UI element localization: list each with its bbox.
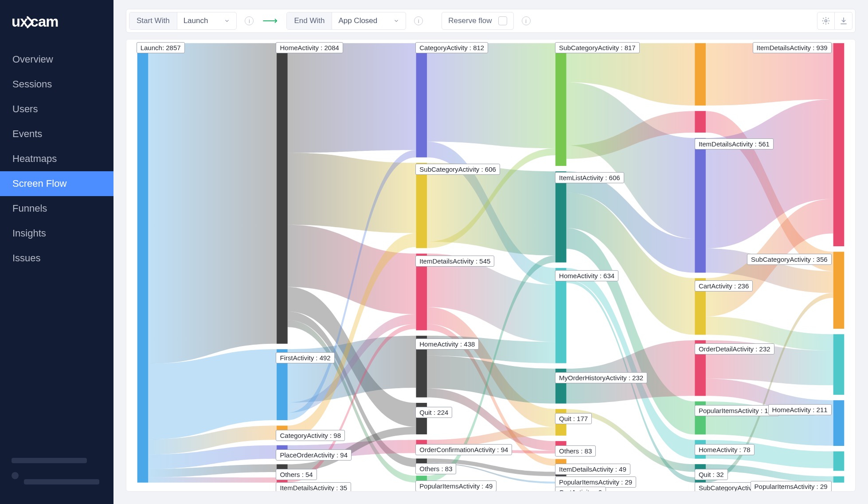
sankey-node[interactable] [555,459,567,467]
start-with-select[interactable]: Launch [177,12,237,29]
arrow-right-icon: ⟶ [262,15,278,27]
settings-button[interactable] [817,12,835,30]
checkbox-icon [498,16,507,25]
sankey-node[interactable] [555,171,567,262]
svg-text:cam: cam [31,13,59,30]
svg-text:ux: ux [12,13,28,30]
reserve-flow-toggle[interactable]: Reserve flow [442,12,513,30]
sankey-node[interactable] [695,340,706,396]
sidebar-item-screenflow[interactable]: Screen Flow [0,171,113,196]
sankey-node[interactable] [833,400,845,446]
sidebar-item-events[interactable]: Events [0,122,113,146]
sankey-link[interactable] [148,477,277,483]
sidebar-item-overview[interactable]: Overview [0,47,113,72]
start-with-value: Launch [184,16,208,25]
info-icon[interactable]: i [522,16,531,25]
chevron-down-icon [393,18,399,24]
sankey-node[interactable] [277,477,288,482]
brand-logo: ux cam [0,0,113,47]
sankey-node[interactable] [416,254,427,331]
sankey-svg [126,39,855,486]
sankey-node[interactable] [555,441,567,453]
sankey-node[interactable] [695,43,706,106]
reserve-flow-label: Reserve flow [448,16,492,25]
start-with-control: Start With Launch [129,12,237,30]
sankey-node[interactable] [555,472,567,476]
sankey-node[interactable] [416,336,427,398]
sankey-node[interactable] [416,476,427,483]
sidebar-item-sessions[interactable]: Sessions [0,72,113,97]
main: Start With Launch i ⟶ End With App Close… [113,0,868,504]
gear-icon [821,16,830,25]
sankey-node[interactable] [416,440,427,453]
sankey-node[interactable] [695,440,706,459]
sankey-node[interactable] [555,482,567,484]
sankey-link[interactable] [706,43,833,106]
sankey-node[interactable] [833,43,845,246]
sankey-node[interactable] [277,349,288,420]
sankey-node[interactable] [277,464,288,472]
sankey-chart[interactable]: Launch: 2857HomeActivity : 2084FirstActi… [126,39,856,492]
sankey-node[interactable] [277,425,288,440]
sidebar-item-heatmaps[interactable]: Heatmaps [0,146,113,171]
svg-point-2 [825,20,827,22]
sankey-node[interactable] [833,451,845,471]
sankey-link[interactable] [567,340,695,404]
sankey-node[interactable] [555,369,567,404]
sankey-link[interactable] [427,43,555,148]
sidebar-item-issues[interactable]: Issues [0,246,113,271]
sidebar-footer [0,446,113,504]
info-icon[interactable]: i [414,16,423,25]
sankey-node[interactable] [833,476,845,483]
chevron-down-icon [224,18,230,24]
nav: OverviewSessionsUsersEventsHeatmapsScree… [0,47,113,271]
sankey-node[interactable] [555,409,567,436]
sankey-node-label: CartActivity : 6 [555,487,606,492]
sidebar-item-insights[interactable]: Insights [0,221,113,246]
sankey-link[interactable] [288,336,416,403]
sankey-node[interactable] [695,138,706,272]
sankey-node[interactable] [833,252,845,329]
toolbar: Start With Launch i ⟶ End With App Close… [126,9,856,33]
sankey-node[interactable] [833,334,845,395]
uxcam-logo-icon: ux cam [12,13,91,31]
sankey-node[interactable] [277,445,288,459]
sankey-node[interactable] [695,278,706,335]
sankey-node[interactable] [695,111,706,133]
download-button[interactable] [835,12,852,30]
end-with-label: End With [287,12,332,29]
sankey-node[interactable] [416,163,427,248]
start-with-label: Start With [129,12,177,29]
sankey-node[interactable] [277,43,288,344]
sankey-node[interactable] [555,268,567,363]
sankey-link[interactable] [148,43,277,364]
sidebar-item-users[interactable]: Users [0,97,113,122]
sidebar: ux cam OverviewSessionsUsersEventsHeatma… [0,0,113,504]
info-icon[interactable]: i [245,16,254,25]
sankey-node[interactable] [137,43,149,482]
end-with-value: App Closed [338,16,377,25]
end-with-control: End With App Closed [286,12,406,30]
sankey-link[interactable] [288,43,416,153]
sankey-node[interactable] [695,464,706,472]
sankey-node[interactable] [695,402,706,435]
download-icon [839,16,848,25]
sankey-node[interactable] [416,459,427,470]
sidebar-item-funnels[interactable]: Funnels [0,196,113,221]
sankey-node[interactable] [416,403,427,434]
sankey-node[interactable] [416,43,427,158]
sankey-node[interactable] [555,43,567,166]
sankey-node[interactable] [695,477,706,483]
end-with-select[interactable]: App Closed [332,12,406,29]
